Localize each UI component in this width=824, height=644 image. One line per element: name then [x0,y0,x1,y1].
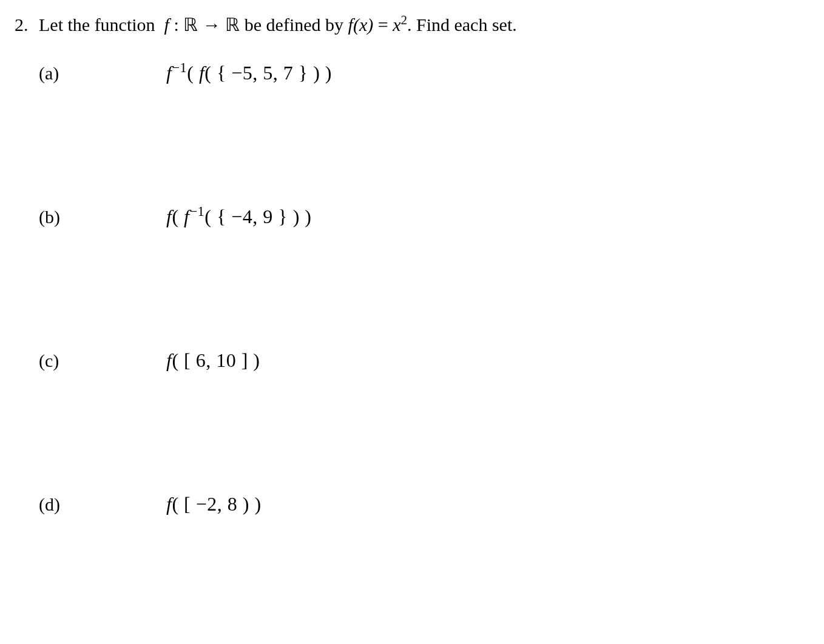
subproblem-b: (b) f( f−1( { −4, 9 } ) ) [39,206,809,228]
expr-inner-rest: ( { −4, 9 } ) [204,206,300,227]
function-definition: f(x) = x2 [348,15,407,35]
subproblem-label: (b) [39,207,166,227]
function-declaration: f : ℝ → ℝ [160,15,240,35]
intro-text-3: . Find each set. [407,15,517,35]
subproblem-expression: f( f−1( { −4, 9 } ) ) [166,206,312,228]
expr-prefix: f [166,62,172,84]
subproblem-a: (a) f−1( f( { −5, 5, 7 } ) ) [39,62,809,84]
func-def-lhs: f(x) [348,15,374,35]
expr-close: ) [300,206,312,227]
problem-number: 2. [15,12,39,38]
expr-close: ) [320,62,332,84]
subproblem-d: (d) f( [ −2, 8 ) ) [39,493,809,515]
intro-text-1: Let the function [39,15,160,35]
expr-inner: f( { −5, 5, 7 } ) [199,62,320,84]
intro-text-2: be defined by [240,15,348,35]
expr-open: ( [187,62,199,84]
subproblem-c: (c) f( [ 6, 10 ] ) [39,349,809,372]
expr-outer: f( [166,206,184,227]
subproblem-label: (d) [39,494,166,515]
expr-superscript: −1 [172,60,187,75]
func-def-eq: = [373,15,393,35]
subproblem-expression: f( [ −2, 8 ) ) [166,493,262,515]
problem-intro: 2.Let the function f : ℝ → ℝ be defined … [15,12,809,38]
subproblem-label: (c) [39,351,166,371]
func-def-base: x [393,15,400,35]
subproblem-label: (a) [39,63,166,84]
subproblem-expression: f−1( f( { −5, 5, 7 } ) ) [166,62,332,84]
expr-inner-superscript: −1 [189,204,204,219]
subproblem-expression: f( [ 6, 10 ] ) [166,349,260,372]
func-def-exp: 2 [400,13,407,27]
